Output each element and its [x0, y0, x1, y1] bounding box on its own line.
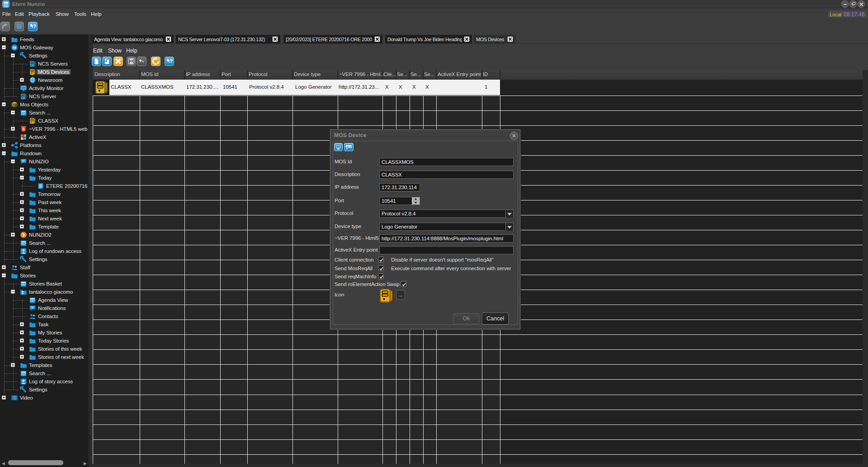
svg-text:?: ?	[33, 24, 36, 29]
svg-text:m: m	[13, 45, 16, 50]
svg-text:?: ?	[170, 58, 173, 64]
svg-text:5: 5	[23, 127, 25, 131]
svg-text:HELP: HELP	[346, 146, 351, 148]
